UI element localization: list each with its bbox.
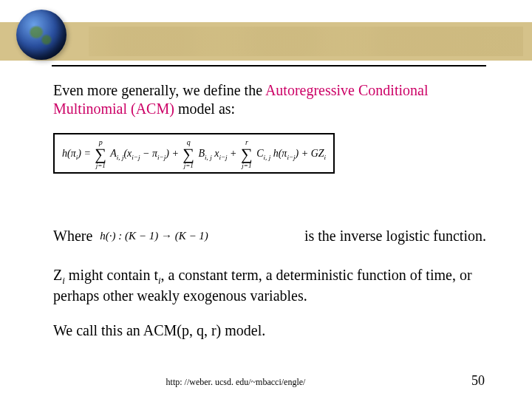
footer-url: http: //weber. ucsd. edu/~mbacci/engle/ [166, 377, 306, 388]
intro-paragraph: Even more generally, we define the Autor… [53, 81, 486, 118]
title-underline [52, 65, 486, 66]
where-mapping: h(·) : (K − 1) → (K − 1) [100, 229, 208, 243]
sum2-term: Bi, j xi−j [199, 148, 228, 159]
z-mid: might contain t [65, 267, 158, 283]
header-band [0, 22, 532, 61]
plus-1: + [171, 148, 178, 159]
where-row: Where h(·) : (K − 1) → (K − 1) is the in… [53, 227, 486, 245]
sum-1: p ∑ j=1 [95, 139, 106, 169]
model-call: We call this an ACM(p, q, r) model. [53, 321, 486, 340]
sum1-term: Ai, j(xi−j − πi−j) [110, 148, 169, 159]
slide: Even more generally, we define the Autor… [0, 0, 532, 399]
eq-tail: + GZi [301, 148, 326, 159]
content-area: Even more generally, we define the Autor… [53, 81, 486, 377]
z-paragraph: Zi might contain ti, a constant term, a … [53, 266, 486, 305]
footer: http: //weber. ucsd. edu/~mbacci/engle/ … [0, 373, 532, 389]
z-pre: Z [53, 267, 62, 283]
equation-box: h(πi) = p ∑ j=1 Ai, j(xi−j − πi−j) + q ∑… [53, 133, 335, 174]
sum3-term: Ci, j h(πi−j) [256, 148, 299, 159]
intro-post: model as: [174, 100, 235, 117]
intro-pre: Even more generally, we define the [53, 82, 265, 98]
eq-lhs: h(πi) = [62, 148, 91, 159]
equation: h(πi) = p ∑ j=1 Ai, j(xi−j − πi−j) + q ∑… [62, 148, 326, 159]
plus-2: + [230, 148, 236, 159]
where-desc: is the inverse logistic function. [304, 227, 486, 245]
sum-2: q ∑ j=1 [183, 139, 194, 169]
where-label: Where [53, 227, 92, 245]
page-number: 50 [471, 373, 485, 389]
world-map-strip [89, 27, 523, 56]
globe-icon [16, 10, 66, 60]
sum-3: r ∑ j=1 [241, 139, 253, 169]
